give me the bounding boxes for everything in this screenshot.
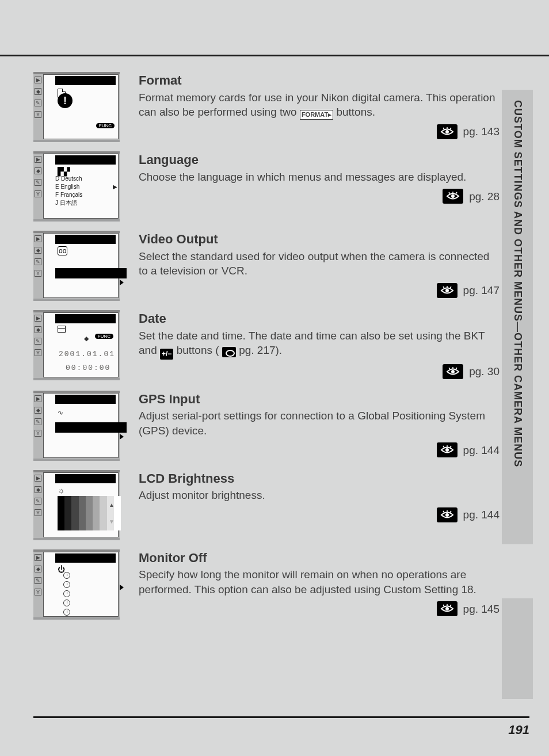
page-ref: pg. 145 xyxy=(463,602,500,617)
camera-tab-icon: ◆ xyxy=(35,407,41,414)
lang-option: J 日本語 xyxy=(55,199,117,207)
item-body: Select the standard used for video outpu… xyxy=(139,249,500,278)
see-also-icon xyxy=(437,283,458,298)
up-triangle-icon: ▲ xyxy=(109,502,115,508)
item-body-post: pg. 217). xyxy=(239,344,282,356)
item-title: LCD Brightness xyxy=(139,470,500,487)
wrench-tab-icon: Y xyxy=(35,589,41,595)
item-body: Adjust monitor brightness. xyxy=(139,488,500,503)
item-title: Date xyxy=(139,310,500,327)
page-ref: pg. 144 xyxy=(463,507,500,522)
lcd-title-bar xyxy=(55,76,116,85)
svg-point-8 xyxy=(445,289,449,292)
item-body: Specify how long the monitor will remain… xyxy=(139,567,500,597)
play-tab-icon: ▶ xyxy=(35,554,41,561)
selector-arrow-icon xyxy=(120,434,124,440)
lcd-thumb-gps: ▶ ◆ ✎ Y ∿ xyxy=(33,391,128,459)
lcd-title-bar xyxy=(55,155,116,165)
bottom-rule xyxy=(33,716,529,718)
menu-item-format: ▶ ◆ ✎ Y ! FUNC Format Format memory card… xyxy=(33,72,500,140)
svg-line-7 xyxy=(456,192,457,194)
content-area: ▶ ◆ ✎ Y ! FUNC Format Format memory card… xyxy=(33,72,500,629)
date-value: 2001.01.01 xyxy=(59,350,115,358)
camera-tab-icon: ◆ xyxy=(35,167,41,174)
item-title: Video Output xyxy=(139,231,500,248)
menu-item-gps-input: ▶ ◆ ✎ Y ∿ GPS Input Adjust serial-port s… xyxy=(33,391,500,459)
see-also-icon xyxy=(443,364,463,379)
plus-minus-button-icon: +/− xyxy=(160,349,173,359)
lcd-thumb-brightness: ▶ ◆ ✎ Y ☼ ▲▼ xyxy=(33,470,128,538)
wrench-tab-icon: Y xyxy=(35,430,41,437)
section-tab-label: CUSTOM SETTINGS AND OTHER MENUS—OTHER CA… xyxy=(512,100,524,467)
play-tab-icon: ▶ xyxy=(35,235,41,242)
page-ref: pg. 147 xyxy=(463,283,500,298)
camera-tab-icon: ◆ xyxy=(35,486,41,493)
page-ref: pg. 28 xyxy=(469,189,500,204)
see-also-icon xyxy=(443,189,463,204)
page-number: 191 xyxy=(508,723,529,738)
play-tab-icon: ▶ xyxy=(35,77,41,83)
svg-line-3 xyxy=(450,128,451,129)
updown-arrows: ▲▼ xyxy=(109,502,115,525)
lcd-thumb-language: ▶ ◆ ✎ Y ▛▞ D Deutsch E English▶ F França… xyxy=(33,151,128,219)
svg-point-16 xyxy=(445,448,449,452)
pencil-tab-icon: ✎ xyxy=(35,418,41,425)
item-title: Monitor Off xyxy=(139,549,500,567)
lcd-title-bar xyxy=(55,553,116,563)
play-tab-icon: ▶ xyxy=(35,395,41,402)
item-body: Adjust serial-port settings for connecti… xyxy=(139,408,500,438)
item-body-mid: buttons ( xyxy=(177,344,219,356)
wrench-tab-icon: Y xyxy=(35,270,41,277)
svg-point-12 xyxy=(451,370,455,373)
timer-option-list xyxy=(63,572,70,616)
camera-tab-icon: ◆ xyxy=(35,247,41,254)
down-triangle-icon: ▼ xyxy=(109,518,115,525)
svg-line-1 xyxy=(443,128,444,129)
selected-row xyxy=(55,422,127,433)
timer-icon xyxy=(63,572,70,579)
svg-point-20 xyxy=(445,513,449,517)
selector-arrow-icon xyxy=(120,585,124,590)
lcd-thumb-format: ▶ ◆ ✎ Y ! FUNC xyxy=(33,72,128,140)
pencil-tab-icon: ✎ xyxy=(35,338,41,345)
lang-option: F Français xyxy=(55,191,117,199)
selector-arrow-icon xyxy=(120,280,124,285)
svg-line-11 xyxy=(450,287,451,288)
item-body-post: buttons. xyxy=(336,106,375,118)
lang-option: E English xyxy=(55,183,79,191)
wrench-tab-icon: Y xyxy=(35,509,41,516)
func-pill: FUNC xyxy=(96,123,115,128)
see-also-icon xyxy=(437,507,458,522)
pencil-tab-icon: ✎ xyxy=(35,498,41,505)
svg-point-0 xyxy=(445,130,449,133)
pencil-tab-icon: ✎ xyxy=(35,577,41,584)
svg-point-4 xyxy=(451,194,455,198)
timer-icon xyxy=(63,581,70,588)
see-also-icon xyxy=(437,124,458,139)
svg-line-27 xyxy=(450,605,451,606)
signal-wave-icon: ∿ xyxy=(58,408,63,417)
item-body: Choose the language in which menus and m… xyxy=(139,170,500,185)
item-title: Format xyxy=(139,72,500,89)
timer-icon xyxy=(63,600,70,606)
pencil-tab-icon: ✎ xyxy=(35,179,41,186)
page-ref: pg. 143 xyxy=(463,124,500,139)
menu-item-date: ▶ ◆ ✎ Y ◆ FUNC 2001.01.01 00:00:00 Date … xyxy=(33,310,500,379)
menu-item-video-output: ▶ ◆ ✎ Y oo Video Output Select the stand… xyxy=(33,231,500,299)
svg-line-23 xyxy=(450,511,451,513)
lcd-title-bar xyxy=(55,314,116,323)
play-tab-icon: ▶ xyxy=(35,475,41,482)
svg-point-24 xyxy=(445,607,449,610)
wrench-tab-icon: Y xyxy=(35,111,41,118)
sun-icon: ☼ xyxy=(58,486,65,495)
timer-icon xyxy=(63,590,70,597)
svg-line-19 xyxy=(450,446,451,448)
lcd-title-bar xyxy=(55,474,116,483)
top-rule xyxy=(0,55,549,56)
camera-tab-icon: ◆ xyxy=(35,566,41,572)
svg-line-9 xyxy=(443,287,444,288)
pencil-tab-icon: ✎ xyxy=(35,258,41,265)
lcd-thumb-video: ▶ ◆ ✎ Y oo xyxy=(33,231,128,299)
svg-line-21 xyxy=(443,511,444,513)
svg-line-5 xyxy=(449,192,450,194)
